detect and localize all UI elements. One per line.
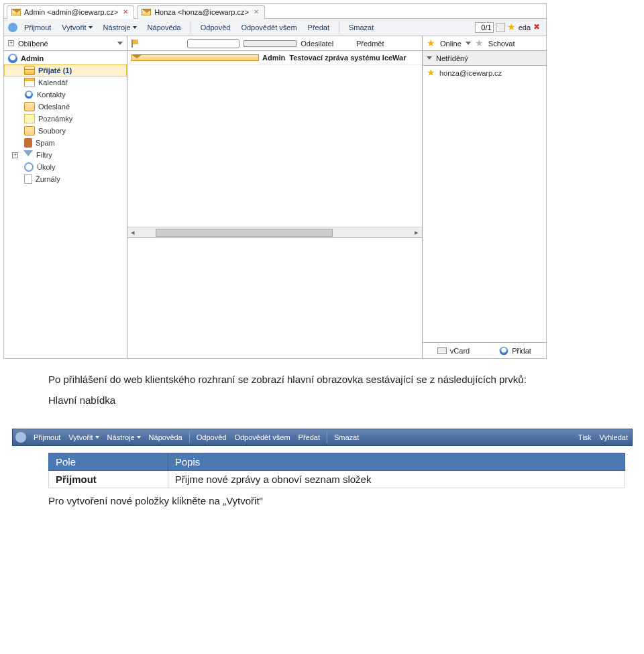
folder-open-icon [24, 66, 35, 75]
page-input[interactable] [475, 22, 494, 33]
attachment-icon[interactable] [187, 39, 240, 48]
chevron-down-icon [95, 436, 99, 439]
separator [327, 431, 327, 443]
flag-icon[interactable] [131, 40, 183, 48]
account-tab-honza[interactable]: Honza <honza@icewarp.cz> ✕ [137, 5, 265, 19]
create-button[interactable]: Vytvořit [64, 431, 103, 443]
message-row[interactable]: Admin Testovací zpráva systému IceWar [127, 51, 422, 65]
search-button[interactable]: Vyhledat [596, 431, 632, 443]
folder-sent[interactable]: Odeslané [4, 101, 127, 113]
heading-menu: Hlavní nabídka [48, 394, 604, 406]
folder-contacts[interactable]: Kontakty [4, 89, 127, 101]
btn-label: Odpovědět všem [241, 23, 297, 32]
group-header[interactable]: Netříděný [423, 51, 546, 66]
folder-filters[interactable]: + Filtry [4, 149, 127, 161]
folder-label: Žurnály [36, 175, 60, 183]
document-body: Po přihlášení do web klientského rozhran… [0, 359, 644, 425]
view-toggle-icon[interactable] [496, 23, 505, 32]
envelope-icon[interactable] [244, 40, 297, 47]
btn-label: Smazat [349, 23, 374, 32]
btn-label: Nástroje [103, 23, 131, 32]
create-button[interactable]: Vytvořit [58, 21, 96, 34]
contact-row[interactable]: honza@icewarp.cz [425, 67, 543, 79]
help-button[interactable]: Nápověda [144, 21, 185, 34]
btn-label: Tisk [578, 433, 592, 441]
folder-label: Úkoly [37, 163, 56, 171]
document-body-2: Pro vytvoření nové položky klikněte na „… [0, 495, 644, 527]
contact-list: honza@icewarp.cz [423, 66, 546, 342]
close-icon[interactable]: ✕ [252, 8, 260, 16]
horizontal-scrollbar[interactable]: ◂ ▸ [127, 227, 422, 237]
chevron-down-icon [137, 436, 141, 439]
btn-label: Přijmout [34, 433, 60, 441]
reply-button[interactable]: Odpověd [193, 431, 231, 443]
presence-label[interactable]: Online [440, 40, 462, 48]
account-tabs: Admin <admin@icewarp.cz> ✕ Honza <honza@… [4, 4, 546, 19]
receive-button[interactable]: Přijmout [20, 21, 55, 34]
col-subject[interactable]: Předmět [356, 40, 418, 48]
folder-files[interactable]: Soubory [4, 125, 127, 137]
gear-icon[interactable] [8, 23, 17, 32]
chevron-down-icon [427, 56, 432, 60]
folder-icon [24, 126, 35, 135]
column-headers: Odesilatel Předmět [127, 36, 422, 51]
contact-address: honza@icewarp.cz [439, 69, 502, 77]
star-icon[interactable] [507, 23, 517, 32]
preview-pane [127, 237, 422, 358]
btn-label: Vytvořit [68, 433, 93, 441]
delete-button[interactable]: Smazat [345, 21, 378, 34]
forward-button[interactable]: Předat [304, 21, 333, 34]
mail-icon [131, 54, 259, 61]
th-field: Pole [49, 453, 168, 471]
add-contact-button[interactable]: Přidat [484, 343, 546, 358]
reply-all-button[interactable]: Odpovědět všem [237, 21, 301, 34]
close-icon[interactable]: ✕ [121, 8, 129, 16]
tab-label: Honza <honza@icewarp.cz> [154, 8, 249, 16]
account-tab-admin[interactable]: Admin <admin@icewarp.cz> ✕ [7, 5, 134, 19]
webmail-client: Admin <admin@icewarp.cz> ✕ Honza <honza@… [3, 3, 547, 359]
reply-button[interactable]: Odpověd [197, 21, 235, 34]
chevron-down-icon[interactable] [466, 42, 471, 45]
filter-icon [23, 150, 33, 160]
paragraph: Pro vytvoření nové položky klikněte na „… [48, 495, 604, 506]
folder-label: Spam [36, 139, 55, 147]
folder-icon [24, 102, 35, 111]
hide-label[interactable]: Schovat [488, 40, 515, 48]
journal-icon [24, 174, 32, 184]
scroll-right-icon[interactable]: ▸ [411, 228, 422, 237]
scroll-left-icon[interactable]: ◂ [127, 228, 138, 237]
mail-icon [142, 9, 151, 15]
receive-button[interactable]: Přijmout [30, 431, 64, 443]
scroll-thumb[interactable] [156, 229, 332, 237]
folder-notes[interactable]: Poznámky [4, 113, 127, 125]
chevron-down-icon[interactable] [117, 42, 123, 45]
tools-button[interactable]: Nástroje [103, 431, 145, 443]
expand-icon[interactable]: + [8, 40, 14, 46]
delete-button[interactable]: Smazat [330, 431, 363, 443]
folder-label: Kontakty [37, 91, 66, 99]
account-node[interactable]: Admin [4, 52, 127, 64]
vcard-button[interactable]: vCard [423, 343, 484, 358]
folder-tasks[interactable]: Úkoly [4, 161, 127, 173]
forward-button[interactable]: Předat [294, 431, 324, 443]
panes: + Oblíbené Admin Přijaté (1) Kalendář [4, 36, 546, 358]
folder-calendar[interactable]: Kalendář [4, 76, 127, 89]
notes-icon [24, 114, 35, 123]
favorites-header[interactable]: + Oblíbené [4, 36, 127, 51]
expand-icon[interactable]: + [12, 152, 18, 158]
folder-spam[interactable]: Spam [4, 137, 127, 149]
col-sender[interactable]: Odesilatel [301, 40, 352, 48]
cell-field: Přijmout [49, 471, 168, 488]
tools-button[interactable]: Nástroje [99, 21, 141, 34]
folder-inbox[interactable]: Přijaté (1) [4, 64, 127, 76]
message-list-pane: Odesilatel Předmět Admin Testovací zpráv… [127, 36, 423, 358]
btn-label: Nástroje [107, 433, 135, 441]
help-button[interactable]: Nápověda [145, 431, 186, 443]
folder-journals[interactable]: Žurnály [4, 173, 127, 185]
reply-all-button[interactable]: Odpovědět všem [230, 431, 294, 443]
btn-label: Smazat [334, 433, 359, 441]
folder-label: Soubory [38, 127, 66, 135]
btn-label: Předat [299, 433, 320, 441]
print-button[interactable]: Tisk [574, 431, 596, 443]
close-icon[interactable] [533, 23, 542, 32]
